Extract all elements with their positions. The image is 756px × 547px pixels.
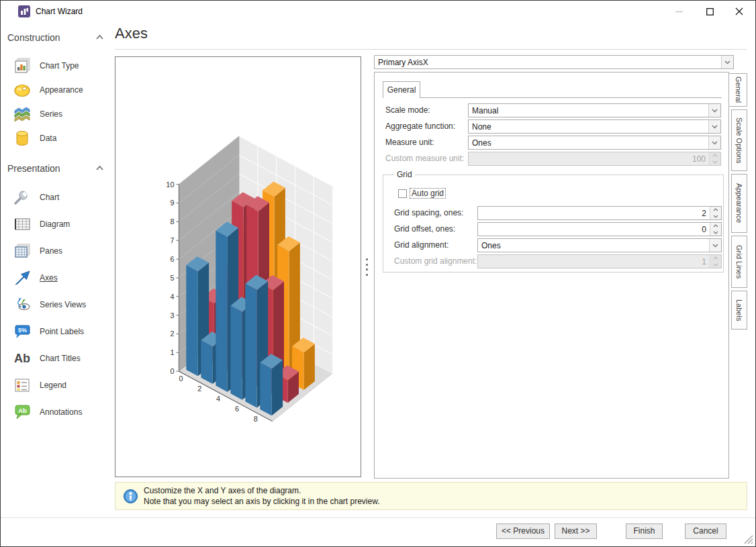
aggregate-function-value[interactable] (469, 120, 720, 133)
sidebar-item-annotations[interactable]: Ab Annotations (10, 399, 109, 425)
title-separator (115, 49, 747, 50)
svg-text:Ab: Ab (18, 407, 27, 414)
sidebar-item-chart-titles[interactable]: Ab Chart Titles (10, 346, 109, 371)
grid-offset-spinner[interactable] (477, 222, 722, 236)
tab-general[interactable]: General (383, 81, 420, 98)
minimize-icon (675, 8, 683, 15)
custom-grid-alignment-label: Custom grid alignment: (394, 254, 477, 268)
dropdown-button[interactable] (708, 120, 720, 133)
chart-preview-3d[interactable]: 01234567891002468 (115, 57, 361, 477)
close-button[interactable] (727, 1, 751, 22)
series-views-icon (13, 295, 32, 314)
spin-buttons[interactable] (710, 223, 721, 236)
annotations-icon: Ab (13, 403, 32, 421)
auto-grid-checkbox[interactable]: Auto grid (398, 189, 445, 198)
group-construction-label: Construction (7, 32, 60, 43)
group-construction[interactable]: Construction (7, 29, 108, 46)
measure-unit-combo[interactable] (468, 136, 721, 150)
dropdown-button[interactable] (708, 104, 720, 117)
axis-selector-value[interactable] (375, 56, 733, 68)
sidebar-item-legend[interactable]: Legend (10, 372, 109, 398)
sidebar-item-panes[interactable]: Panes (10, 238, 109, 264)
close-icon (735, 7, 743, 15)
grid-spacing-label: Grid spacing, ones: (394, 206, 463, 220)
dropdown-button[interactable] (721, 56, 733, 68)
sidebar-item-label: Axes (40, 273, 58, 283)
side-tab-appearance[interactable]: Appearance (731, 174, 747, 233)
chart-titles-icon: Ab (13, 349, 32, 368)
grid-offset-value[interactable] (478, 223, 721, 236)
sidebar-item-data[interactable]: Data (10, 126, 109, 150)
legend-icon (13, 376, 32, 395)
svg-text:7: 7 (170, 236, 174, 244)
info-bar: Customize the X and Y axes of the diagra… (115, 482, 747, 510)
grid-spacing-value[interactable] (478, 207, 721, 219)
appearance-icon (13, 81, 32, 99)
chevron-down-icon (712, 109, 718, 113)
series-icon (13, 105, 32, 123)
svg-text:Ab: Ab (14, 352, 30, 365)
sidebar-item-label: Legend (40, 381, 66, 390)
sidebar-item-label: Chart Titles (40, 354, 81, 363)
dropdown-button[interactable] (709, 239, 721, 252)
group-presentation[interactable]: Presentation (7, 160, 108, 177)
axis-selector-combo[interactable] (374, 55, 734, 69)
resize-grip[interactable] (743, 534, 753, 544)
chevron-up-icon (95, 165, 104, 171)
dropdown-button[interactable] (708, 136, 720, 149)
title-bar[interactable]: Chart Wizard (1, 1, 755, 22)
side-tab-grid-lines[interactable]: Grid Lines (731, 236, 747, 288)
sidebar-item-chart-type[interactable]: Chart Type (10, 54, 109, 78)
custom-grid-alignment-spinner (477, 254, 722, 268)
grid-spacing-spinner[interactable] (477, 206, 722, 220)
grid-alignment-value[interactable] (478, 239, 721, 252)
checkbox-icon[interactable] (398, 189, 407, 198)
diagram-icon (13, 215, 32, 234)
sidebar-item-chart[interactable]: Chart (10, 185, 109, 210)
sidebar-item-label: Chart Type (40, 61, 79, 70)
axis-settings-panel: General Scale mode: Aggregate function: … (374, 72, 729, 479)
chart-preview-panel[interactable]: 01234567891002468 (115, 56, 361, 477)
svg-text:10: 10 (166, 181, 174, 189)
info-text-line1: Customize the X and Y axes of the diagra… (144, 486, 301, 495)
next-button[interactable]: Next >> (555, 524, 597, 539)
side-tab-labels[interactable]: Labels (731, 291, 747, 330)
aggregate-function-combo[interactable] (468, 119, 721, 134)
grid-groupbox-label: Grid (394, 170, 415, 179)
sidebar-item-label: Series (40, 109, 62, 119)
sidebar-item-label: Diagram (40, 219, 70, 229)
custom-grid-alignment-value (478, 255, 721, 268)
custom-measure-unit-label: Custom measure unit: (385, 152, 464, 166)
minimize-button[interactable] (667, 1, 691, 22)
sidebar-item-series-views[interactable]: Series Views (10, 292, 109, 317)
info-text-line2: Note that you may select an axis by clic… (144, 497, 380, 506)
info-icon (123, 489, 138, 504)
scale-mode-combo[interactable] (468, 103, 721, 117)
side-tab-scale-options[interactable]: Scale Options (731, 109, 747, 171)
scale-mode-value[interactable] (469, 104, 720, 117)
grid-alignment-combo[interactable] (477, 238, 722, 252)
maximize-button[interactable] (698, 1, 722, 22)
spin-buttons[interactable] (710, 207, 721, 219)
sidebar-item-point-labels[interactable]: 5% Point Labels (10, 319, 109, 344)
sidebar-item-series[interactable]: Series (10, 102, 109, 126)
sidebar-item-appearance[interactable]: Appearance (10, 78, 109, 102)
grid-offset-label: Grid offset, ones: (394, 222, 455, 236)
splitter-handle[interactable] (365, 258, 369, 276)
previous-button[interactable]: << Previous (496, 524, 550, 539)
custom-measure-unit-spinner (468, 152, 721, 166)
svg-text:4: 4 (216, 395, 220, 403)
spin-down-icon (713, 231, 718, 234)
page-title: Axes (115, 25, 148, 42)
finish-button[interactable]: Finish (626, 524, 663, 539)
tabstrip-border (383, 97, 722, 98)
spin-down-icon (712, 160, 718, 164)
chevron-down-icon (724, 60, 730, 64)
sidebar-item-diagram[interactable]: Diagram (10, 211, 109, 237)
side-tab-general[interactable]: General (729, 73, 747, 107)
measure-unit-value[interactable] (469, 136, 720, 149)
svg-text:1: 1 (170, 348, 174, 356)
sidebar-item-axes[interactable]: Axes (10, 265, 109, 291)
cancel-button[interactable]: Cancel (685, 524, 726, 539)
panes-icon (13, 242, 32, 260)
